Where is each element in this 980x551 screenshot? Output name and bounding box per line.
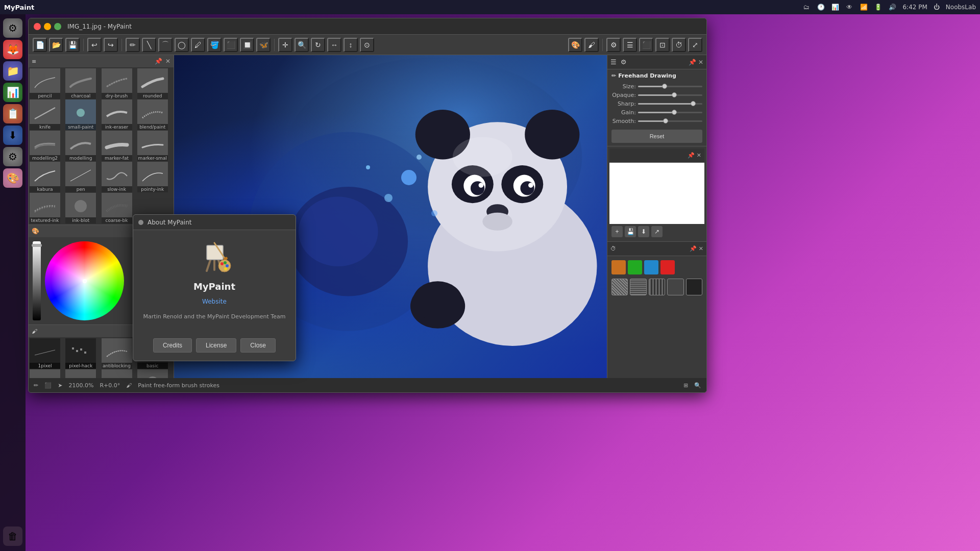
color-swatch-orange[interactable] [611,260,626,274]
dock-item-calc[interactable]: 📊 [3,83,22,102]
power-icon[interactable]: ⏻ [934,4,940,11]
opaque-slider[interactable] [638,94,702,96]
pattern-swatch-2[interactable] [630,279,646,295]
panel-settings-icon[interactable]: ⚙ [621,58,627,66]
brush-item-small-paint[interactable]: small-paint [65,99,96,130]
system-monitor-icon[interactable]: 📊 [831,3,839,11]
pan-button[interactable]: ✛ [278,38,292,52]
save-preview-button[interactable]: 💾 [625,226,636,237]
brush-item-soft[interactable]: soft [137,369,168,378]
brush-item-modelling[interactable]: modelling [65,131,96,161]
close-dialog-button[interactable]: Close [240,338,276,353]
new-file-button[interactable]: 📄 [33,38,47,52]
symmetry-button[interactable]: 🦋 [256,38,271,52]
color-swatch-red[interactable] [660,260,675,274]
frames-button[interactable]: ⬛ [639,38,653,52]
dock-item-system[interactable]: ⚙ [3,18,22,38]
brush-item-pencil[interactable]: pencil [30,68,60,99]
download-preview-button[interactable]: ⬇ [638,226,649,237]
preview-close-icon[interactable]: ✕ [697,152,701,159]
preview-pin-icon[interactable]: 📌 [688,152,695,159]
brush-options-button[interactable]: 🖌 [584,38,599,52]
line-button[interactable]: ╲ [142,38,156,52]
dock-item-settings[interactable]: ⚙ [3,147,22,166]
open-file-button[interactable]: 📂 [49,38,63,52]
gain-slider[interactable] [638,112,702,113]
network-icon[interactable]: 📶 [860,3,868,11]
sharp-slider[interactable] [638,103,702,105]
zoom-icon[interactable]: 🔍 [694,382,701,389]
fullscreen-button[interactable]: ⊡ [655,38,670,52]
ellipse-button[interactable]: ◯ [175,38,189,52]
saturation-bar[interactable] [33,241,41,320]
eye-icon[interactable]: 👁 [845,3,853,11]
dock-item-download[interactable]: ⬇ [3,126,22,145]
brush-item-dry-brush[interactable]: dry-brush [102,68,132,99]
smooth-slider[interactable] [638,120,702,122]
license-button[interactable]: License [196,338,236,353]
reset-button[interactable]: Reset [611,130,702,143]
undo-button[interactable]: ↩ [87,38,102,52]
zoom-button[interactable]: 🔍 [295,38,309,52]
opaque-thumb[interactable] [672,92,677,97]
dock-trash[interactable]: 🗑 [3,527,22,546]
color-swatch-green[interactable] [628,260,642,274]
pattern-swatch-5[interactable] [686,279,702,295]
saturation-handle[interactable] [32,244,42,247]
timer-button[interactable]: ⏱ [672,38,686,52]
file-manager-icon[interactable]: 🗂 [802,3,811,11]
brush-item-modelling2[interactable]: modelling2 [30,131,60,161]
size-thumb[interactable] [662,84,667,89]
fill-button[interactable]: 🪣 [207,38,222,52]
brush-close-icon[interactable]: ✕ [165,58,170,65]
brush-item-ink-blot[interactable]: ink-blot [65,193,96,223]
brush-item-pen[interactable]: pen [65,162,96,192]
add-layer-button[interactable]: + [611,226,623,237]
ink-button[interactable]: 🖊 [191,38,205,52]
maximize-window-button[interactable] [54,23,61,30]
dock-item-mypaint[interactable]: 🎨 [3,168,22,188]
flip-v-button[interactable]: ↕ [344,38,358,52]
settings-button[interactable]: ⚙ [606,38,621,52]
color-options-button[interactable]: 🎨 [568,38,582,52]
freehand-button[interactable]: ✏ [126,38,140,52]
brush-item-ink-eraser[interactable]: ink-eraser [102,99,132,130]
list-view-icon[interactable]: ☰ [610,58,617,66]
view-expand-button[interactable]: ⤢ [688,38,702,52]
brush-pin-icon[interactable]: 📌 [155,58,162,65]
right-pin-icon[interactable]: 📌 [689,59,696,66]
brush-item-slow-ink[interactable]: slow-ink [102,162,132,192]
website-link[interactable]: Website [202,298,227,305]
minimize-window-button[interactable] [44,23,51,30]
save-button[interactable]: 💾 [65,38,80,52]
brush-item-kabura[interactable]: kabura [30,162,60,192]
brush-item-hard-sting[interactable]: hard-sting [65,369,96,378]
reset-view-button[interactable]: ⊙ [360,38,374,52]
dock-item-impress[interactable]: 📋 [3,104,22,123]
curve-button[interactable]: ⌒ [158,38,173,52]
speaker-icon[interactable]: 🔊 [888,3,896,11]
history-close-icon[interactable]: ✕ [699,245,703,252]
rotate-button[interactable]: ↻ [311,38,325,52]
brush-item-knife[interactable]: knife [30,99,60,130]
brush-item-pixel-hack[interactable]: pixel-hack [65,338,96,369]
brush-item-pointy-ink[interactable]: pointy-ink [137,162,168,192]
right-close-icon[interactable]: ✕ [698,59,703,66]
flood-fill-button[interactable]: ⬛ [224,38,238,52]
pattern-swatch-1[interactable] [611,279,628,295]
brush-item-charcoal[interactable]: charcoal [65,68,96,99]
history-pin-icon[interactable]: 📌 [690,245,697,252]
share-preview-button[interactable]: ↗ [651,226,663,237]
brush-item-glow[interactable]: glow [102,369,132,378]
brush-item-textured[interactable]: textured-ink [30,193,60,223]
pattern-swatch-4[interactable] [667,279,683,295]
frame-button[interactable]: 🔲 [240,38,254,52]
layers-button[interactable]: ☰ [623,38,637,52]
brush-item-coarse[interactable]: coarse-bk [102,193,132,223]
color-swatch-blue[interactable] [644,260,658,274]
pattern-swatch-3[interactable] [649,279,665,295]
grid-icon[interactable]: ⊞ [683,382,688,389]
brush-item-rounded[interactable]: rounded [137,68,168,99]
sharp-thumb[interactable] [691,101,696,106]
smooth-thumb[interactable] [663,118,668,123]
